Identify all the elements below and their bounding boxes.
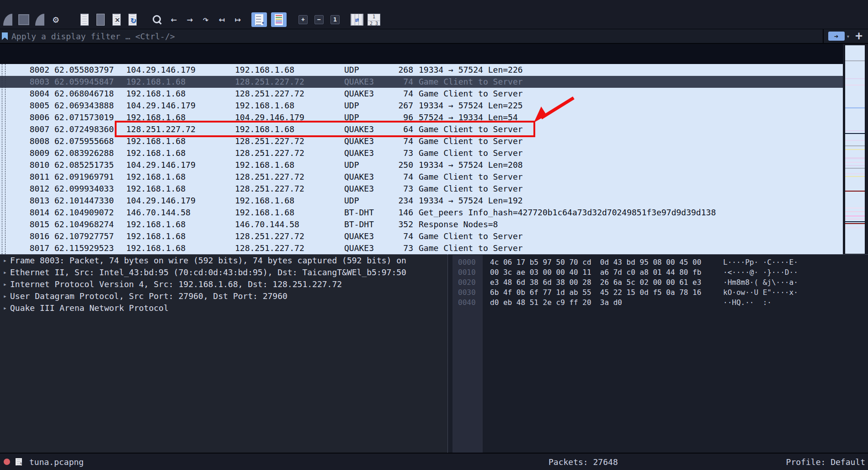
minimap-mark bbox=[845, 107, 865, 108]
previous-packet-icon[interactable]: ↤ bbox=[216, 12, 228, 27]
resize-columns-icon[interactable] bbox=[351, 12, 363, 27]
profile-selector[interactable]: Profile: Default bbox=[786, 457, 865, 467]
minimap-mark bbox=[845, 162, 865, 163]
restart-capture-icon[interactable] bbox=[34, 12, 46, 27]
main-toolbar: ⚙✕↻←→↷↤↦+−11 bbox=[0, 10, 868, 29]
open-file-icon[interactable] bbox=[80, 12, 91, 27]
expert-info-icon[interactable] bbox=[4, 459, 10, 465]
expand-triangle-icon[interactable]: ▸ bbox=[0, 290, 10, 302]
minimap-mark bbox=[845, 227, 865, 228]
packet-row-8007[interactable]: 8007 62.072498360 128.251.227.72 192.168… bbox=[0, 123, 843, 135]
packet-row-8014[interactable]: 8014 62.104909072 146.70.144.58 192.168.… bbox=[0, 207, 843, 219]
related-packet-guide bbox=[2, 64, 2, 254]
filter-placeholder: Apply a display filter … <Ctrl-/> bbox=[11, 32, 175, 41]
hex-row[interactable]: 0000 4c 06 17 b5 97 50 70 cd 0d 43 bd 95… bbox=[448, 257, 868, 267]
layout-panes-icon[interactable]: 1 bbox=[367, 12, 380, 27]
packet-row-8004[interactable]: 8004 62.068046718 192.168.1.68 128.251.2… bbox=[0, 88, 843, 100]
minimap-mark bbox=[845, 176, 865, 177]
colorize-icon[interactable] bbox=[271, 12, 287, 27]
packet-row-8017[interactable]: 8017 62.115929523 192.168.1.68 128.251.2… bbox=[0, 242, 843, 254]
detail-tree-row[interactable]: ▸ Ethernet II, Src: Intel_43:bd:95 (70:c… bbox=[0, 267, 447, 278]
status-bar: tuna.pcapng Packets: 27648 Profile: Defa… bbox=[0, 453, 868, 470]
apply-arrow-icon: ➔ bbox=[834, 32, 839, 41]
expand-triangle-icon[interactable]: ▸ bbox=[0, 278, 10, 290]
capture-comment-icon[interactable] bbox=[16, 458, 22, 465]
minimap-mark bbox=[845, 191, 865, 192]
detail-tree-row[interactable]: ▸ User Datagram Protocol, Src Port: 2796… bbox=[0, 290, 447, 302]
zoom-in-icon[interactable]: + bbox=[297, 12, 309, 27]
detail-tree-row[interactable]: ▸ Quake III Arena Network Protocol bbox=[0, 302, 447, 314]
minimap-mark bbox=[845, 208, 865, 208]
filter-bar: Apply a display filter … <Ctrl-/> ➔ ▾ + bbox=[0, 29, 868, 44]
next-packet-icon[interactable]: ↦ bbox=[232, 12, 244, 27]
minimap-mark bbox=[845, 157, 865, 159]
expand-triangle-icon[interactable]: ▸ bbox=[0, 255, 10, 267]
filter-bookmark-icon[interactable] bbox=[2, 32, 8, 40]
go-to-packet-icon[interactable]: ↷ bbox=[200, 12, 212, 27]
minimap-mark bbox=[845, 145, 865, 146]
close-file-icon[interactable]: ✕ bbox=[112, 12, 123, 27]
packet-list-minimap-scrollbar[interactable] bbox=[845, 45, 865, 254]
expand-triangle-icon[interactable]: ▸ bbox=[0, 267, 10, 278]
minimap-mark bbox=[845, 85, 865, 85]
minimap-mark bbox=[845, 78, 865, 79]
zoom-100-icon[interactable]: 1 bbox=[329, 12, 341, 27]
packet-list-header bbox=[0, 44, 843, 64]
related-packet-guide bbox=[5, 64, 5, 254]
minimap-mark bbox=[845, 140, 865, 141]
minimap-mark bbox=[845, 149, 865, 150]
filter-add-button[interactable]: + bbox=[855, 29, 863, 43]
hex-row[interactable]: 0020 e3 48 6d 38 6d 38 00 28 26 6a 5c 02… bbox=[448, 278, 868, 288]
packet-row-8013[interactable]: 8013 62.101447330 104.29.146.179 192.168… bbox=[0, 195, 843, 207]
filter-apply-button[interactable]: ➔ bbox=[828, 32, 845, 41]
packet-row-8006[interactable]: 8006 62.071573019 192.168.1.68 104.29.14… bbox=[0, 112, 843, 123]
capture-filename: tuna.pcapng bbox=[29, 457, 84, 467]
packet-row-8012[interactable]: 8012 62.099934033 192.168.1.68 128.251.2… bbox=[0, 183, 843, 195]
wireshark-window: ⚙✕↻←→↷↤↦+−11 Apply a display filter … <C… bbox=[0, 0, 868, 470]
hex-dump-pane: 0000 4c 06 17 b5 97 50 70 cd 0d 43 bd 95… bbox=[448, 254, 868, 453]
menu-bar bbox=[0, 0, 868, 10]
zoom-out-icon[interactable]: − bbox=[313, 12, 325, 27]
detail-tree-row[interactable]: ▸ Internet Protocol Version 4, Src: 192.… bbox=[0, 278, 447, 290]
hex-row[interactable]: 0030 6b 4f 0b 6f 77 1d ab 55 45 22 15 0d… bbox=[448, 288, 868, 298]
packet-row-8002[interactable]: 8002 62.055803797 104.29.146.179 192.168… bbox=[0, 64, 843, 76]
minimap-mark bbox=[845, 168, 865, 169]
detail-tree-row[interactable]: ▸ Frame 8003: Packet, 74 bytes on wire (… bbox=[0, 255, 447, 267]
packet-list: 8002 62.055803797 104.29.146.179 192.168… bbox=[0, 64, 843, 254]
packet-row-8009[interactable]: 8009 62.083926288 192.168.1.68 128.251.2… bbox=[0, 147, 843, 159]
minimap-mark bbox=[845, 211, 865, 212]
packet-row-8010[interactable]: 8010 62.085251735 104.29.146.179 192.168… bbox=[0, 159, 843, 171]
packet-row-8005[interactable]: 8005 62.069343888 104.29.146.179 192.168… bbox=[0, 100, 843, 112]
packet-row-8015[interactable]: 8015 62.104968274 192.168.1.68 146.70.14… bbox=[0, 219, 843, 230]
minimap-mark bbox=[845, 223, 865, 224]
minimap-mark bbox=[845, 221, 865, 222]
packet-row-8016[interactable]: 8016 62.107927757 192.168.1.68 128.251.2… bbox=[0, 230, 843, 242]
minimap-mark bbox=[845, 130, 865, 131]
minimap-mark bbox=[845, 60, 865, 61]
hex-row[interactable]: 0010 00 3c ae 03 00 00 40 11 a6 7d c0 a8… bbox=[448, 267, 868, 278]
find-packet-icon[interactable] bbox=[152, 12, 164, 27]
go-forward-icon[interactable]: → bbox=[184, 12, 196, 27]
packet-count: Packets: 27648 bbox=[548, 457, 618, 467]
stop-capture-icon[interactable] bbox=[18, 12, 30, 27]
packet-row-8003[interactable]: 8003 62.059945847 192.168.1.68 128.251.2… bbox=[0, 76, 843, 88]
start-capture-icon[interactable] bbox=[2, 12, 14, 27]
capture-options-icon[interactable]: ⚙ bbox=[50, 12, 62, 27]
packet-details-pane: ▸ Frame 8003: Packet, 74 bytes on wire (… bbox=[0, 254, 447, 453]
go-back-icon[interactable]: ← bbox=[168, 12, 180, 27]
minimap-mark bbox=[845, 215, 865, 217]
minimap-mark bbox=[845, 219, 865, 219]
packet-row-8008[interactable]: 8008 62.075955668 192.168.1.68 128.251.2… bbox=[0, 135, 843, 147]
save-file-icon[interactable] bbox=[96, 12, 107, 27]
minimap-mark bbox=[845, 133, 865, 134]
reload-file-icon[interactable]: ↻ bbox=[128, 12, 139, 27]
display-filter-input[interactable]: Apply a display filter … <Ctrl-/> bbox=[8, 29, 824, 43]
hex-rows: 0000 4c 06 17 b5 97 50 70 cd 0d 43 bd 95… bbox=[448, 257, 868, 308]
minimap-mark bbox=[845, 173, 865, 174]
minimap-mark bbox=[845, 165, 865, 166]
hex-row[interactable]: 0040 d0 eb 48 51 2e c9 ff 20 3a d0 ··HQ.… bbox=[448, 298, 868, 308]
expand-triangle-icon[interactable]: ▸ bbox=[0, 302, 10, 314]
filter-dropdown-caret[interactable]: ▾ bbox=[847, 33, 850, 40]
packet-row-8011[interactable]: 8011 62.091969791 192.168.1.68 128.251.2… bbox=[0, 171, 843, 183]
auto-scroll-icon[interactable] bbox=[251, 12, 267, 27]
